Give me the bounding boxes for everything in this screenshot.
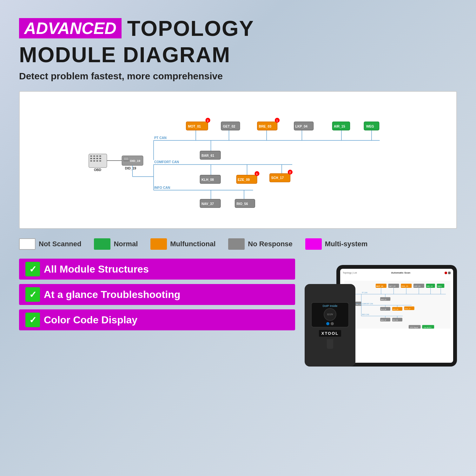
svg-text:SCH_17: SCH_17 bbox=[405, 308, 411, 310]
legend: Not Scanned Normal Mulfunctional No Resp… bbox=[19, 238, 457, 250]
subtitle: Detect problem fastest, more comprehensi… bbox=[19, 71, 457, 82]
title-line-1: ADVANCED TOPOLOGY bbox=[19, 16, 457, 41]
tablet-tabs: Topology | List bbox=[343, 272, 357, 274]
feature-item-3: ✓ Color Code Display bbox=[19, 309, 295, 330]
advanced-badge: ADVANCED bbox=[19, 18, 122, 38]
svg-text:SCH_17: SCH_17 bbox=[271, 176, 284, 180]
legend-multifunctional: Mulfunctional bbox=[150, 238, 215, 250]
feature-item-1: ✓ All Module Structures bbox=[19, 259, 295, 280]
svg-text:BRE_03: BRE_03 bbox=[401, 285, 408, 287]
svg-text:WEG: WEG bbox=[366, 125, 374, 128]
device-area: DoIP Inside 12.2V XTOOL Topol bbox=[305, 259, 457, 367]
tablet-diagram: MOT_01 GET_02 BRE_03 LKP_04 AIR_15 WEG bbox=[343, 276, 451, 333]
svg-text:BAR_61: BAR_61 bbox=[381, 299, 387, 301]
svg-text:GET_02: GET_02 bbox=[223, 125, 235, 128]
legend-no-response: No Response bbox=[228, 238, 293, 250]
legend-normal: Normal bbox=[94, 238, 138, 250]
svg-rect-26 bbox=[93, 158, 95, 159]
svg-rect-25 bbox=[90, 158, 92, 159]
svg-rect-37 bbox=[124, 157, 129, 161]
svg-text:2: 2 bbox=[207, 119, 208, 122]
tablet-title: Automatic Scan bbox=[391, 271, 410, 274]
svg-text:EZE_09: EZE_09 bbox=[238, 178, 250, 182]
legend-label-no-response: No Response bbox=[248, 240, 293, 248]
svg-rect-30 bbox=[93, 160, 95, 162]
feature-list: ✓ All Module Structures ✓ At a glance Tr… bbox=[19, 259, 295, 330]
title-line-2: MODULE DIAGRAM bbox=[19, 42, 457, 67]
svg-text:GET_02: GET_02 bbox=[389, 285, 395, 287]
svg-text:2: 2 bbox=[289, 171, 291, 174]
svg-text:1: 1 bbox=[276, 119, 278, 122]
tablet-header: Topology | List Automatic Scan bbox=[343, 271, 451, 274]
legend-color-normal bbox=[94, 238, 110, 250]
svg-rect-23 bbox=[96, 155, 98, 157]
svg-rect-22 bbox=[93, 155, 95, 157]
svg-text:WEG: WEG bbox=[437, 285, 442, 287]
svg-text:EZE_09: EZE_09 bbox=[393, 309, 398, 310]
legend-multi-system: Multi-system bbox=[305, 238, 367, 250]
svg-text:Get All DTC: Get All DTC bbox=[424, 327, 432, 328]
svg-text:INFO CAN: INFO CAN bbox=[362, 314, 369, 315]
svg-text:BRE_03: BRE_03 bbox=[259, 125, 272, 128]
main-content: ADVANCED TOPOLOGY MODULE DIAGRAM Detect … bbox=[0, 0, 476, 376]
svg-text:RIO_56: RIO_56 bbox=[393, 320, 398, 321]
legend-color-multifunctional bbox=[150, 238, 167, 250]
svg-text:PT CAN: PT CAN bbox=[362, 292, 367, 294]
svg-text:NAV_37: NAV_37 bbox=[202, 202, 214, 206]
svg-text:MOT_01: MOT_01 bbox=[188, 125, 201, 128]
legend-label-multi-system: Multi-system bbox=[325, 240, 367, 248]
topology-text: TOPOLOGY bbox=[127, 16, 254, 41]
svg-rect-32 bbox=[99, 160, 101, 162]
svg-text:KLH_08: KLH_08 bbox=[381, 309, 386, 310]
svg-text:AIR_15: AIR_15 bbox=[426, 285, 433, 287]
svg-text:LKP_04: LKP_04 bbox=[414, 285, 420, 287]
svg-text:LKP_04: LKP_04 bbox=[295, 125, 307, 128]
svg-text:INFO CAN: INFO CAN bbox=[154, 186, 170, 189]
svg-text:RIO_56: RIO_56 bbox=[236, 202, 248, 206]
svg-rect-24 bbox=[99, 155, 101, 157]
legend-label-multifunctional: Mulfunctional bbox=[170, 240, 215, 248]
legend-label-not-scanned: Not Scanned bbox=[39, 240, 81, 248]
checkmark-3: ✓ bbox=[25, 313, 40, 327]
page-header: ADVANCED TOPOLOGY MODULE DIAGRAM Detect … bbox=[19, 16, 457, 82]
svg-text:AIR_15: AIR_15 bbox=[334, 125, 345, 128]
svg-text:COMFORT CAN: COMFORT CAN bbox=[362, 303, 373, 305]
checkmark-2: ✓ bbox=[25, 287, 40, 302]
svg-text:BAR_61: BAR_61 bbox=[202, 154, 214, 157]
svg-text:PT CAN: PT CAN bbox=[154, 136, 167, 140]
diagram-container: PT CAN COMFORT CAN bbox=[19, 91, 457, 229]
svg-rect-21 bbox=[90, 155, 92, 157]
legend-color-not-scanned bbox=[19, 238, 36, 250]
svg-rect-31 bbox=[96, 160, 98, 162]
svg-text:COMFORT CAN: COMFORT CAN bbox=[154, 160, 179, 164]
svg-rect-27 bbox=[96, 158, 98, 159]
feature-text-1: All Module Structures bbox=[44, 263, 149, 275]
bottom-section: ✓ All Module Structures ✓ At a glance Tr… bbox=[19, 259, 457, 367]
svg-text:DID_19: DID_19 bbox=[130, 159, 140, 162]
svg-text:NAV_37: NAV_37 bbox=[381, 320, 387, 321]
legend-not-scanned: Not Scanned bbox=[19, 238, 81, 250]
feature-item-2: ✓ At a glance Troubleshooting bbox=[19, 284, 295, 305]
scanner-screen-text: DoIP Inside bbox=[323, 304, 337, 307]
svg-text:DID_19: DID_19 bbox=[125, 167, 136, 170]
feature-text-3: Color Code Display bbox=[44, 314, 137, 326]
scanner-voltage: 12.2V bbox=[327, 313, 333, 315]
svg-text:MOT_01: MOT_01 bbox=[376, 285, 383, 287]
topology-diagram: PT CAN COMFORT CAN bbox=[26, 101, 450, 222]
svg-text:DTC Report: DTC Report bbox=[410, 327, 419, 328]
feature-text-2: At a glance Troubleshooting bbox=[44, 289, 180, 301]
svg-text:KLH_08: KLH_08 bbox=[202, 178, 214, 182]
svg-rect-29 bbox=[90, 160, 92, 162]
tablet-screen: Topology | List Automatic Scan MOT_01 bbox=[340, 269, 453, 363]
scanner-device: DoIP Inside 12.2V XTOOL bbox=[305, 284, 355, 367]
diagram-inner: PT CAN COMFORT CAN bbox=[26, 101, 450, 222]
legend-color-no-response bbox=[228, 238, 245, 250]
checkmark-1: ✓ bbox=[25, 262, 40, 276]
legend-color-multi-system bbox=[305, 238, 322, 250]
legend-label-normal: Normal bbox=[114, 240, 138, 248]
svg-text:DID_19: DID_19 bbox=[356, 304, 361, 305]
svg-text:1: 1 bbox=[256, 172, 258, 175]
svg-text:OBD: OBD bbox=[94, 168, 102, 172]
svg-rect-28 bbox=[99, 158, 101, 159]
scanner-brand: XTOOL bbox=[319, 330, 341, 337]
